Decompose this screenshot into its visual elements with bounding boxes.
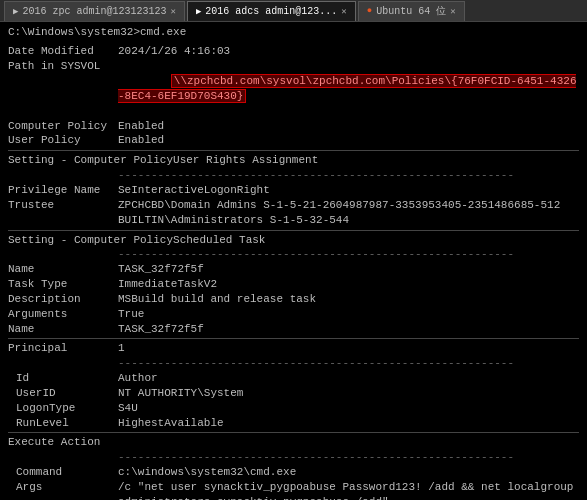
args-value: /c "net user synacktiv_pygpoabuse Passwo… — [118, 480, 579, 500]
privilege-name-row: Privilege Name SeInteractiveLogonRight — [8, 183, 579, 198]
principal-id-value: Author — [118, 371, 579, 386]
principal-userid-label: UserID — [8, 386, 118, 401]
user-rights-divider: ----------------------------------------… — [8, 168, 579, 183]
execute-empty — [118, 435, 579, 450]
computer-policy-row: Computer Policy Enabled — [8, 119, 579, 134]
tab-1-label: 2016 zpc admin@123123123 — [22, 6, 166, 17]
terminal-icon-1: ▶ — [13, 6, 18, 17]
date-modified-row: Date Modified 2024/1/26 4:16:03 — [8, 44, 579, 59]
task-name2-row: Name TASK_32f72f5f — [8, 322, 579, 337]
principal-label: Principal — [8, 341, 118, 356]
execute-label: Execute Action — [8, 435, 118, 450]
task-type-label: Task Type — [8, 277, 118, 292]
section-divider-2 — [8, 230, 579, 231]
user-rights-subheader: User Rights Assignment — [173, 153, 579, 168]
user-policy-value: Enabled — [118, 133, 579, 148]
task-name-value: TASK_32f72f5f — [118, 262, 579, 277]
execute-divider: ----------------------------------------… — [8, 450, 579, 465]
date-modified-label: Date Modified — [8, 44, 118, 59]
args-label: Args — [8, 480, 118, 500]
trustee-row: Trustee ZPCHCBD\Domain Admins S-1-5-21-2… — [8, 198, 579, 228]
user-policy-label: User Policy — [8, 133, 118, 148]
principal-id-label: Id — [8, 371, 118, 386]
task-name2-label: Name — [8, 322, 118, 337]
principal-divider: ----------------------------------------… — [8, 356, 579, 371]
task-desc-value: MSBuild build and release task — [118, 292, 579, 307]
command-value: c:\windows\system32\cmd.exe — [118, 465, 579, 480]
tab-2-close[interactable]: ✕ — [341, 6, 346, 17]
sched-task-header-row: Setting - Computer Policy Scheduled Task — [8, 233, 579, 248]
task-desc-row: Description MSBuild build and release ta… — [8, 292, 579, 307]
user-rights-setting-label: Setting - Computer Policy — [8, 153, 173, 168]
command-row: Command c:\windows\system32\cmd.exe — [8, 465, 579, 480]
tab-3[interactable]: ● Ubuntu 64 位 ✕ — [358, 1, 465, 21]
task-name2-value: TASK_32f72f5f — [118, 322, 579, 337]
execute-header-row: Execute Action — [8, 435, 579, 450]
principal-logon-label: LogonType — [8, 401, 118, 416]
section-divider-1 — [8, 150, 579, 151]
principal-userid-value: NT AUTHORITY\System — [118, 386, 579, 401]
task-name-label: Name — [8, 262, 118, 277]
path-row: Path in SYSVOL \\zpchcbd.com\sysvol\zpch… — [8, 59, 579, 118]
args-row: Args /c "net user synacktiv_pygpoabuse P… — [8, 480, 579, 500]
ubuntu-icon: ● — [367, 6, 372, 16]
terminal-title: C:\Windows\system32>cmd.exe — [4, 24, 583, 41]
task-args-row: Arguments True — [8, 307, 579, 322]
path-value: \\zpchcbd.com\sysvol\zpchcbd.com\Policie… — [118, 59, 579, 118]
privilege-name-value: SeInteractiveLogonRight — [118, 183, 579, 198]
tab-2-label: 2016 adcs admin@123... — [205, 6, 337, 17]
privilege-name-label: Privilege Name — [8, 183, 118, 198]
trustee-value: ZPCHCBD\Domain Admins S-1-5-21-260498798… — [118, 198, 579, 228]
principal-runlevel-row: RunLevel HighestAvailable — [8, 416, 579, 431]
principal-userid-row: UserID NT AUTHORITY\System — [8, 386, 579, 401]
sched-task-subheader: Scheduled Task — [173, 233, 579, 248]
path-label: Path in SYSVOL — [8, 59, 118, 118]
command-label: Command — [8, 465, 118, 480]
principal-header-row: Principal 1 — [8, 341, 579, 356]
terminal-prompt: C:\Windows\system32>cmd.exe — [8, 26, 186, 38]
section-divider-4 — [8, 432, 579, 433]
computer-policy-value: Enabled — [118, 119, 579, 134]
tab-1-close[interactable]: ✕ — [170, 6, 175, 17]
section-divider-3 — [8, 338, 579, 339]
principal-logon-row: LogonType S4U — [8, 401, 579, 416]
path-highlight: \\zpchcbd.com\sysvol\zpchcbd.com\Policie… — [118, 74, 576, 103]
task-name-row: Name TASK_32f72f5f — [8, 262, 579, 277]
tab-1[interactable]: ▶ 2016 zpc admin@123123123 ✕ — [4, 1, 185, 21]
terminal-icon-2: ▶ — [196, 6, 201, 17]
date-modified-value: 2024/1/26 4:16:03 — [118, 44, 579, 59]
sched-task-setting-label: Setting - Computer Policy — [8, 233, 173, 248]
task-args-value: True — [118, 307, 579, 322]
trustee-label: Trustee — [8, 198, 118, 228]
principal-id-row: Id Author — [8, 371, 579, 386]
computer-policy-label: Computer Policy — [8, 119, 118, 134]
principal-logon-value: S4U — [118, 401, 579, 416]
task-type-value: ImmediateTaskV2 — [118, 277, 579, 292]
user-policy-row: User Policy Enabled — [8, 133, 579, 148]
task-desc-label: Description — [8, 292, 118, 307]
task-args-label: Arguments — [8, 307, 118, 322]
terminal-content: Date Modified 2024/1/26 4:16:03 Path in … — [4, 42, 583, 500]
sched-task-divider: ----------------------------------------… — [8, 247, 579, 262]
principal-runlevel-value: HighestAvailable — [118, 416, 579, 431]
tab-2[interactable]: ▶ 2016 adcs admin@123... ✕ — [187, 1, 356, 21]
terminal-window: C:\Windows\system32>cmd.exe Date Modifie… — [0, 22, 587, 500]
principal-runlevel-label: RunLevel — [8, 416, 118, 431]
tab-3-close[interactable]: ✕ — [450, 6, 455, 17]
principal-value: 1 — [118, 341, 579, 356]
user-rights-header-row: Setting - Computer Policy User Rights As… — [8, 153, 579, 168]
taskbar: ▶ 2016 zpc admin@123123123 ✕ ▶ 2016 adcs… — [0, 0, 587, 22]
task-type-row: Task Type ImmediateTaskV2 — [8, 277, 579, 292]
tab-3-label: Ubuntu 64 位 — [376, 4, 446, 18]
